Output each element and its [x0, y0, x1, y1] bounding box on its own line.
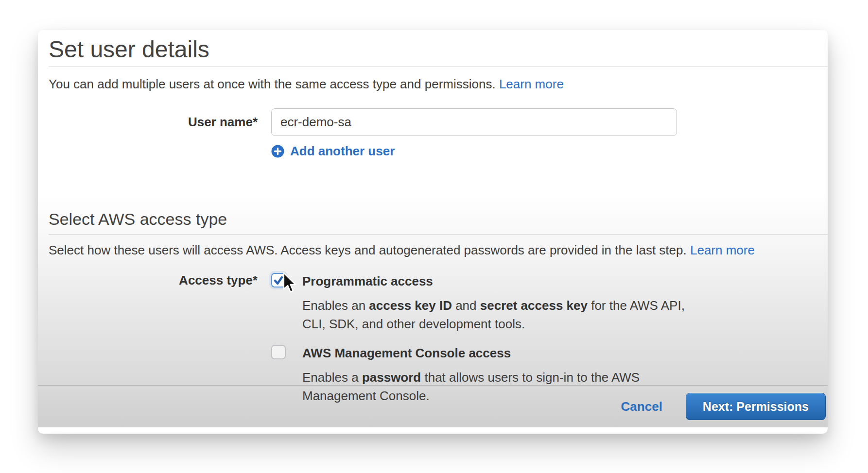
programmatic-access-title[interactable]: Programmatic access: [302, 272, 691, 290]
check-icon: [273, 274, 284, 286]
access-type-label: Access type*: [49, 272, 258, 287]
user-details-intro: You can add multiple users at once with …: [49, 75, 817, 93]
programmatic-access-description: Enables an access key ID and secret acce…: [302, 296, 691, 333]
console-access-text: AWS Management Console access Enables a …: [302, 344, 691, 405]
add-user-wizard-card: Set user details You can add multiple us…: [38, 30, 828, 434]
access-type-options: Programmatic access Enables an access ke…: [271, 272, 691, 405]
page-title: Set user details: [49, 36, 817, 63]
section-divider: [49, 234, 828, 235]
wizard-content: Set user details You can add multiple us…: [38, 30, 828, 385]
access-type-intro: Select how these users will access AWS. …: [49, 241, 817, 259]
add-another-user-button[interactable]: Add another user: [271, 144, 817, 159]
option-console-access: AWS Management Console access Enables a …: [271, 344, 691, 405]
user-details-intro-text: You can add multiple users at once with …: [49, 77, 496, 91]
add-another-user-label: Add another user: [290, 144, 395, 159]
console-access-title[interactable]: AWS Management Console access: [302, 344, 691, 362]
next-permissions-button[interactable]: Next: Permissions: [686, 393, 826, 420]
learn-more-link-access-type[interactable]: Learn more: [690, 243, 755, 257]
user-name-row: User name*: [49, 108, 817, 136]
user-name-input[interactable]: [271, 108, 677, 136]
cancel-button[interactable]: Cancel: [621, 399, 662, 414]
programmatic-access-checkbox[interactable]: [271, 273, 286, 287]
learn-more-link-user-details[interactable]: Learn more: [499, 77, 564, 91]
programmatic-access-text: Programmatic access Enables an access ke…: [302, 272, 691, 333]
console-access-checkbox[interactable]: [271, 345, 286, 359]
option-programmatic-access: Programmatic access Enables an access ke…: [271, 272, 691, 333]
user-name-label: User name*: [49, 108, 258, 136]
section-title-access-type: Select AWS access type: [49, 209, 817, 229]
plus-circle-icon: [271, 145, 284, 158]
title-divider: [49, 67, 828, 67]
access-type-intro-text: Select how these users will access AWS. …: [49, 243, 687, 257]
